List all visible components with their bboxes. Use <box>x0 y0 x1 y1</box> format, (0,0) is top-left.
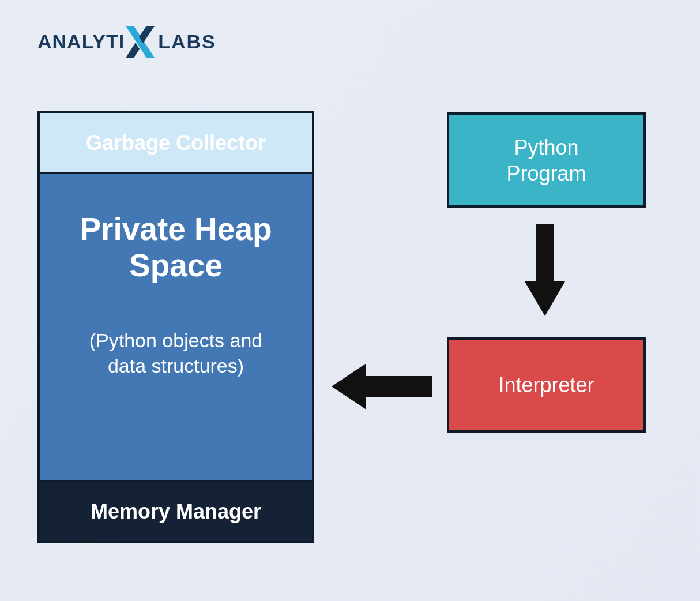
arrow-down-icon <box>525 224 565 316</box>
svg-rect-3 <box>536 224 554 281</box>
heap-title-line2: Space <box>80 247 272 284</box>
heap-title: Private Heap Space <box>80 211 272 284</box>
logo-x-icon <box>126 26 155 58</box>
python-line2: Program <box>506 160 586 186</box>
interpreter-label: Interpreter <box>498 373 594 397</box>
svg-marker-6 <box>332 363 366 410</box>
python-line1: Python <box>506 134 586 160</box>
python-program-box: Python Program <box>447 112 646 208</box>
interpreter-box: Interpreter <box>447 337 646 433</box>
heap-container: Garbage Collector Private Heap Space (Py… <box>37 111 314 543</box>
heap-subtitle: (Python objects and data structures) <box>89 328 263 378</box>
heap-title-line1: Private Heap <box>80 211 272 247</box>
logo-text-analyti: ANALYTI <box>37 31 125 53</box>
heap-subtitle-line1: (Python objects and <box>89 328 263 353</box>
svg-marker-4 <box>525 281 565 316</box>
garbage-collector-section: Garbage Collector <box>40 113 312 174</box>
memory-manager-label: Memory Manager <box>91 499 261 524</box>
heap-subtitle-line2: data structures) <box>89 353 263 378</box>
svg-rect-5 <box>366 376 432 397</box>
garbage-collector-label: Garbage Collector <box>86 131 266 155</box>
arrow-left-icon <box>332 363 432 410</box>
logo: ANALYTI LABS <box>37 26 216 58</box>
private-heap-section: Private Heap Space (Python objects and d… <box>40 174 312 480</box>
svg-marker-2 <box>126 43 140 58</box>
memory-manager-section: Memory Manager <box>40 480 312 541</box>
logo-text-labs: LABS <box>158 31 216 53</box>
